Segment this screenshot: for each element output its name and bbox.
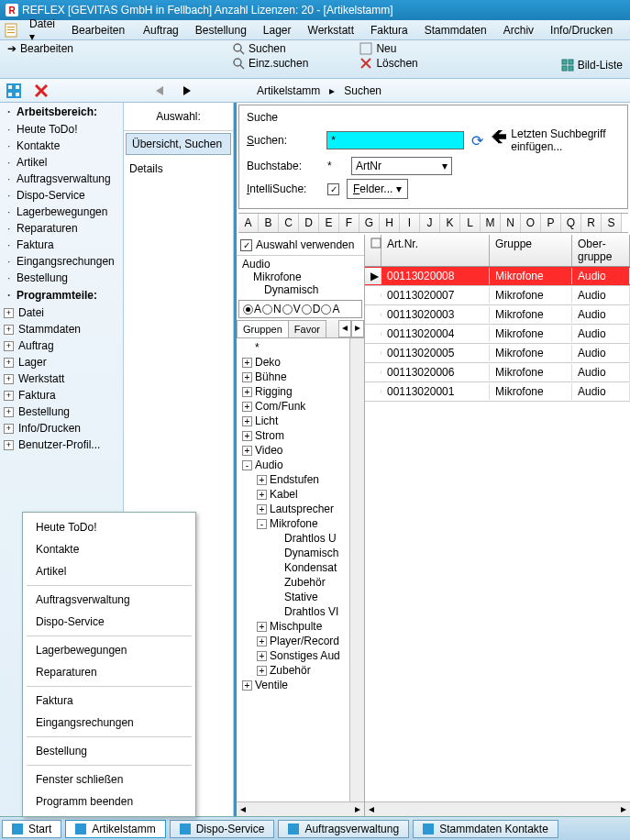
menu-bestellung[interactable]: Bestellung [188, 22, 254, 39]
sidebar-tree-item[interactable]: Werkstatt [0, 370, 123, 387]
context-menu-item[interactable]: Reparaturen [23, 661, 195, 683]
alpha-R[interactable]: R [581, 214, 602, 232]
grid-select-all[interactable] [365, 235, 381, 266]
tree-node[interactable]: -Audio [237, 458, 349, 472]
minus-icon[interactable]: - [257, 519, 267, 529]
tab-favor[interactable]: Favor [288, 320, 326, 337]
context-menu-item[interactable]: Auftragsverwaltung [23, 589, 195, 611]
alpha-Q[interactable]: Q [561, 214, 581, 232]
search-input[interactable] [326, 131, 464, 149]
tree-node[interactable]: Kondensat [237, 560, 349, 575]
menu-bearbeiten[interactable]: Bearbeiten [64, 22, 132, 39]
plus-icon[interactable]: + [242, 372, 252, 382]
tree-node[interactable]: +Ventile [237, 678, 349, 692]
sidebar-tree-item[interactable]: Stammdaten [0, 321, 123, 337]
artnr-combo[interactable]: ArtNr ▾ [351, 157, 452, 175]
tree-node[interactable]: +Sonstiges Aud [237, 648, 349, 663]
table-row[interactable]: 00113020003MikrofoneAudio [365, 305, 630, 325]
task-button[interactable]: Start [2, 820, 61, 838]
plus-icon[interactable]: + [257, 490, 267, 500]
nav-back-icon[interactable] [149, 81, 172, 101]
tree-node[interactable]: +Bühne [237, 370, 349, 384]
nav-close-icon[interactable] [29, 81, 53, 101]
tb-bild-liste[interactable]: Bild-Liste [561, 59, 623, 72]
plus-icon[interactable]: + [242, 680, 252, 691]
tree-node[interactable]: +Licht [237, 414, 349, 428]
context-menu-item[interactable]: Faktura [23, 690, 195, 712]
task-button[interactable]: Dispo-Service [170, 820, 275, 838]
tree-scroll-left-icon[interactable]: ◂ [237, 802, 249, 816]
tree-node[interactable]: +Kabel [237, 487, 349, 502]
alpha-F[interactable]: F [339, 214, 359, 232]
plus-icon[interactable]: + [242, 431, 252, 441]
tb-suchen[interactable]: Suchen [232, 42, 308, 55]
plus-icon[interactable]: + [257, 475, 267, 485]
sidebar-tree-item[interactable]: Auftrag [0, 337, 123, 354]
tree-node[interactable]: +Strom [237, 428, 349, 443]
plus-icon[interactable]: + [242, 446, 252, 456]
tree-node[interactable]: Drahtlos VI [237, 604, 349, 619]
context-menu-item[interactable]: Kontakte [23, 538, 195, 560]
alpha-K[interactable]: K [440, 214, 460, 232]
alpha-P[interactable]: P [541, 214, 561, 232]
plus-icon[interactable]: + [242, 416, 252, 426]
context-menu-item[interactable]: Heute ToDo! [23, 516, 195, 538]
grid-scroll-left-icon[interactable]: ◂ [365, 802, 378, 816]
sidebar-tree-item[interactable]: Lager [0, 354, 123, 370]
tree-node[interactable]: +Video [237, 443, 349, 458]
alpha-C[interactable]: C [279, 214, 299, 232]
minus-icon[interactable]: - [242, 460, 252, 470]
tree-node[interactable]: -Mikrofone [237, 516, 349, 531]
col-artnr[interactable]: Art.Nr. [381, 235, 490, 266]
auswahl-uebersicht[interactable]: Übersicht, Suchen [126, 133, 231, 155]
alpha-L[interactable]: L [460, 214, 481, 232]
nav-fwd-icon[interactable] [176, 81, 200, 101]
task-button[interactable]: Stammdaten Kontakte [413, 820, 558, 838]
tree-node[interactable]: +Lautsprecher [237, 502, 349, 516]
tree-node[interactable]: +Deko [237, 355, 349, 370]
alpha-M[interactable]: M [481, 214, 501, 232]
tb-neu[interactable]: Neu [359, 42, 417, 55]
sidebar-item[interactable]: Auftragsverwaltung [0, 171, 123, 187]
radio-d[interactable] [302, 304, 312, 315]
plus-icon[interactable]: + [242, 358, 252, 368]
sidebar-tree-item[interactable]: Datei [0, 304, 123, 321]
nav-grid-icon[interactable] [2, 81, 26, 101]
table-row[interactable]: 00113020005MikrofoneAudio [365, 344, 630, 363]
menu-extra[interactable]: Extra [622, 22, 630, 39]
felder-combo[interactable]: Felder... ▾ [347, 179, 408, 199]
radio-n[interactable] [262, 304, 272, 315]
tab-scroll-right-icon[interactable]: ▸ [351, 320, 364, 337]
plus-icon[interactable]: + [257, 504, 267, 514]
context-menu-item[interactable]: Artikel [23, 560, 195, 582]
radio-a2[interactable] [321, 304, 331, 315]
filter-radio-row[interactable]: A N V D A [238, 300, 362, 318]
tb-bearbeiten[interactable]: ➔ Bearbeiten [7, 42, 217, 55]
context-menu-item[interactable]: Dispo-Service [23, 611, 195, 633]
table-row[interactable]: 00113020001MikrofoneAudio [365, 382, 630, 402]
sidebar-item[interactable]: Artikel [0, 154, 123, 171]
plus-icon[interactable]: + [257, 666, 267, 676]
table-row[interactable]: 00113020007MikrofoneAudio [365, 286, 630, 305]
tree-node[interactable]: +Zubehör [237, 663, 349, 678]
menu-archiv[interactable]: Archiv [496, 22, 541, 39]
breadcrumb-root[interactable]: Artikelstamm [257, 84, 320, 97]
breadcrumb-current[interactable]: Suchen [344, 84, 381, 97]
alpha-E[interactable]: E [319, 214, 339, 232]
alpha-O[interactable]: O [521, 214, 541, 232]
sidebar-tree-item[interactable]: Benutzer-Profil... [0, 437, 123, 453]
menu-stammdaten[interactable]: Stammdaten [417, 22, 494, 39]
sidebar-tree-item[interactable]: Faktura [0, 387, 123, 403]
alpha-J[interactable]: J [420, 214, 440, 232]
alpha-G[interactable]: G [359, 214, 380, 232]
task-button[interactable]: Artikelstamm [65, 820, 165, 838]
context-menu-item[interactable]: Bestellung [23, 740, 195, 762]
sidebar-item[interactable]: Dispo-Service [0, 187, 123, 204]
auswahl-verwenden-checkbox[interactable]: ✓ [240, 239, 252, 251]
radio-v[interactable] [282, 304, 293, 315]
sidebar-item[interactable]: Reparaturen [0, 220, 123, 237]
context-menu-item[interactable]: Lagerbewegungen [23, 639, 195, 661]
context-menu-item[interactable]: Programm beenden [23, 790, 195, 812]
alpha-S[interactable]: S [602, 214, 622, 232]
tree-node[interactable]: * [237, 340, 349, 355]
